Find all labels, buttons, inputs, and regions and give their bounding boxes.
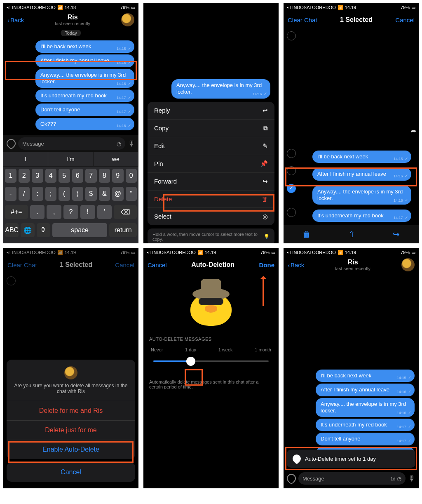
message-bubble[interactable]: It's underneath my red book14:17 ✓ [316, 419, 415, 431]
date-divider: Today [61, 30, 81, 36]
suggestion[interactable]: I [3, 152, 48, 166]
selectable-row[interactable]: It's underneath my red book14:17 ✓ [284, 207, 419, 224]
message-bubble[interactable]: Anyway.... the envelope is in my 3rd loc… [312, 186, 411, 205]
key[interactable]: 0 [126, 169, 137, 183]
key[interactable]: $ [85, 187, 97, 201]
message-bubble[interactable]: After I finish my annual leave14:16 ✓ [316, 384, 415, 396]
key-globe[interactable]: 🌐 [21, 223, 34, 237]
key[interactable]: 2 [19, 169, 30, 183]
key[interactable]: . [30, 205, 45, 219]
sheet-option[interactable]: Delete just for me [7, 420, 135, 440]
key[interactable]: 1 [5, 169, 16, 183]
key[interactable]: / [19, 187, 30, 201]
done-button[interactable]: Done [259, 261, 275, 268]
clear-chat-button[interactable]: Clear Chat [288, 16, 317, 24]
key-dictation[interactable]: 🎙 [37, 223, 50, 237]
selectable-row[interactable]: Anyway.... the envelope is in my 3rd loc… [284, 183, 419, 207]
message-input[interactable]: Message ◔ [18, 137, 125, 150]
key-abc[interactable]: ABC [5, 223, 19, 237]
ctx-forward[interactable]: Forward↪ [148, 173, 274, 191]
key[interactable]: 8 [99, 169, 110, 183]
key[interactable]: - [5, 187, 16, 201]
key[interactable]: , [47, 205, 61, 219]
cancel-button[interactable]: Cancel [395, 16, 415, 24]
ctx-delete[interactable]: Delete🗑 [148, 191, 274, 208]
sticker-icon[interactable]: ◔ [397, 476, 401, 482]
suggestion[interactable]: we [94, 152, 138, 166]
key[interactable]: ; [45, 187, 57, 201]
key-space[interactable]: space [52, 223, 107, 237]
ctx-pin[interactable]: Pin📌 [148, 155, 274, 173]
sticker-icon[interactable]: ◔ [117, 141, 121, 147]
key[interactable]: ' [97, 205, 112, 219]
ctx-edit[interactable]: Edit✎ [148, 137, 274, 155]
message-bubble[interactable]: Don't tell anyone14:17 ✓ [35, 104, 134, 116]
key[interactable]: : [32, 187, 43, 201]
key[interactable]: ! [80, 205, 95, 219]
key[interactable]: 4 [45, 169, 57, 183]
select-checkbox[interactable] [287, 149, 296, 158]
screen-6-toast: •ılINDOSATOOREDOO📶14.19 79%▭ ‹Back Risla… [284, 248, 419, 488]
select-checkbox[interactable] [287, 208, 296, 217]
message-bubble[interactable]: I'll be back next week14:15 ✓ [312, 151, 411, 163]
avatar[interactable] [401, 258, 415, 271]
selection-count: 1 Selected [317, 16, 396, 24]
keyboard[interactable]: II'mwe 1234567890 -/:;()$&@" #+=.,?!'⌫ A… [3, 152, 138, 243]
suggestion[interactable]: I'm [48, 152, 93, 166]
message-bubble[interactable]: After I finish my annual leave14:16 ✓ [312, 168, 411, 180]
mic-icon[interactable]: 🎙 [128, 139, 135, 148]
back-button[interactable]: ‹Back [7, 16, 24, 24]
duck-sticker [188, 280, 234, 326]
selectable-row[interactable]: I'll be back next week14:15 ✓ [284, 148, 419, 165]
select-checkbox[interactable] [287, 166, 296, 175]
key[interactable]: " [126, 187, 137, 201]
message-bubble[interactable]: I'll be back next week14:15 ✓ [316, 370, 415, 382]
key-return[interactable]: return [109, 223, 137, 237]
message-input[interactable]: Message 1d ◔ [298, 472, 406, 485]
chat-title[interactable]: Ris [24, 14, 121, 21]
navbar: Clear Chat 1 Selected Cancel [284, 12, 419, 28]
key[interactable]: @ [112, 187, 124, 201]
ctx-copy[interactable]: Copy⧉ [148, 120, 274, 137]
message-bubble[interactable]: It's underneath my red book14:17 ✓ [312, 210, 411, 222]
ctx-reply[interactable]: Reply↩ [148, 102, 274, 120]
attach-icon[interactable] [5, 137, 17, 150]
key[interactable]: 5 [59, 169, 70, 183]
ctx-select[interactable]: Select◎ [148, 208, 274, 225]
attach-icon[interactable] [285, 472, 298, 485]
message-bubble[interactable]: Anyway.... the envelope is in my 3rd loc… [316, 398, 415, 417]
key[interactable]: 3 [32, 169, 43, 183]
share-icon[interactable]: ⇧ [348, 229, 355, 239]
selectable-row[interactable]: After I finish my annual leave14:16 ✓ [284, 165, 419, 183]
key[interactable]: 9 [112, 169, 124, 183]
key[interactable]: & [99, 187, 110, 201]
auto-delete-slider[interactable] [149, 355, 273, 367]
message-bubble[interactable]: Anyway.... the envelope is in my 3rd loc… [35, 69, 134, 88]
key[interactable]: ) [72, 187, 84, 201]
status-bar: •ılINDOSATOOREDOO📶14.18 79%▭ [3, 3, 138, 12]
key[interactable]: 6 [72, 169, 84, 183]
forward-icon[interactable]: ➦ [411, 127, 416, 223]
message-bubble[interactable]: Don't tell anyone14:17 ✓ [316, 433, 415, 445]
edit-icon: ✎ [263, 142, 268, 150]
select-checkbox[interactable] [287, 184, 296, 193]
key[interactable]: ? [63, 205, 78, 219]
back-button[interactable]: ‹Back [288, 261, 304, 268]
forward-icon[interactable]: ↪ [393, 229, 400, 239]
avatar[interactable] [121, 13, 134, 26]
sheet-option[interactable]: Enable Auto-Delete [7, 440, 135, 459]
message-bubble[interactable]: I'll be back next week14:15 ✓ [35, 40, 134, 53]
message-bubble[interactable]: After I finish my annual leave14:16 ✓ [35, 54, 134, 67]
delete-icon[interactable]: 🗑 [302, 230, 311, 239]
sheet-cancel[interactable]: Cancel [7, 462, 135, 482]
mic-icon[interactable]: 🎙 [408, 474, 415, 483]
sheet-option[interactable]: Delete for me and Ris [7, 401, 135, 420]
key[interactable]: 7 [85, 169, 97, 183]
message-bubble[interactable]: It's underneath my red book14:17 ✓ [35, 89, 134, 102]
key[interactable]: ( [59, 187, 70, 201]
message-bubble[interactable]: Anyway.... the envelope is in my 3rd loc… [171, 79, 270, 99]
message-bubble[interactable]: Ok???14:18 ✓ [35, 118, 134, 130]
action-sheet: Are you sure you want to delete all mess… [3, 356, 138, 488]
select-checkbox[interactable] [287, 31, 296, 40]
cancel-button[interactable]: Cancel [148, 261, 167, 268]
